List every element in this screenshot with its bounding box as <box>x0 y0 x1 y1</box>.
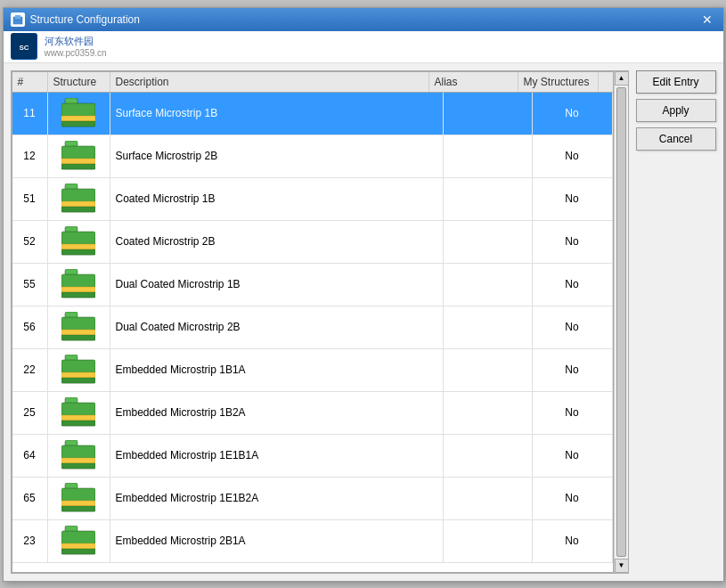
col-header-number: # <box>12 72 48 92</box>
svg-rect-8 <box>61 121 95 127</box>
cell-description: Surface Microstrip 2B <box>110 135 444 177</box>
cell-number: 22 <box>12 349 48 391</box>
close-button[interactable]: ✕ <box>698 11 716 29</box>
cell-my-structures: No <box>533 478 613 519</box>
scroll-thumb[interactable] <box>616 87 626 557</box>
cell-structure <box>48 264 110 306</box>
cell-structure <box>48 93 110 135</box>
svg-rect-43 <box>61 501 95 506</box>
cell-my-structures: No <box>533 221 613 263</box>
cell-description: Embedded Microstrip 1B2A <box>110 392 444 434</box>
table-container: # Structure Description Alias My Structu… <box>12 71 614 573</box>
cell-structure <box>48 435 110 477</box>
col-header-alias: Alias <box>429 72 518 92</box>
table-row[interactable]: 64Embedded Microstrip 1E1B1ANo <box>12 435 613 478</box>
cell-description: Dual Coated Microstrip 2B <box>110 306 444 348</box>
cell-my-structures: No <box>533 520 613 562</box>
scroll-down-button[interactable]: ▼ <box>615 559 629 573</box>
cell-structure <box>48 349 110 391</box>
cell-alias <box>444 306 533 348</box>
svg-rect-16 <box>61 207 95 212</box>
cell-number: 51 <box>12 178 48 220</box>
svg-rect-24 <box>61 292 95 298</box>
edit-entry-button[interactable]: Edit Entry <box>636 70 716 94</box>
watermark-url: www.pc0359.cn <box>45 48 107 58</box>
app-icon <box>11 12 25 27</box>
cell-structure <box>48 221 110 263</box>
content-area: # Structure Description Alias My Structu… <box>4 63 723 581</box>
cell-alias <box>444 178 533 220</box>
svg-rect-39 <box>61 458 95 463</box>
cell-number: 52 <box>12 221 48 263</box>
table-header: # Structure Description Alias My Structu… <box>12 72 613 93</box>
cancel-button[interactable]: Cancel <box>636 127 716 151</box>
scrollbar[interactable]: ▲ ▼ <box>614 71 628 573</box>
cell-structure <box>48 178 110 220</box>
cell-number: 25 <box>12 392 48 434</box>
table-row[interactable]: 12Surface Microstrip 2BNo <box>12 135 613 178</box>
svg-rect-20 <box>61 249 95 255</box>
cell-number: 23 <box>12 520 48 562</box>
svg-rect-27 <box>61 330 95 335</box>
cell-my-structures: No <box>533 93 613 135</box>
cell-description: Embedded Microstrip 1E1B2A <box>110 478 444 519</box>
table-row[interactable]: 52Coated Microstrip 2BNo <box>12 221 613 264</box>
watermark-bar: SC 河东软件园 www.pc0359.cn <box>4 31 723 63</box>
cell-alias <box>444 392 533 434</box>
cell-alias <box>444 135 533 177</box>
svg-rect-23 <box>61 287 95 292</box>
scroll-up-button[interactable]: ▲ <box>615 71 629 86</box>
table-wrapper: # Structure Description Alias My Structu… <box>11 70 629 574</box>
cell-alias <box>444 264 533 306</box>
cell-description: Embedded Microstrip 1E1B1A <box>110 435 444 477</box>
table-row[interactable]: 22Embedded Microstrip 1B1ANo <box>12 349 613 392</box>
cell-my-structures: No <box>533 392 613 434</box>
svg-rect-32 <box>61 378 95 383</box>
cell-number: 11 <box>12 93 48 135</box>
table-row[interactable]: 25Embedded Microstrip 1B2ANo <box>12 392 613 435</box>
title-bar-left: Structure Configuration <box>11 12 140 27</box>
cell-description: Coated Microstrip 2B <box>110 221 444 263</box>
svg-rect-1 <box>15 15 20 19</box>
cell-structure <box>48 478 110 519</box>
table-row[interactable]: 65Embedded Microstrip 1E1B2ANo <box>12 478 613 520</box>
cell-alias <box>444 478 533 519</box>
cell-number: 56 <box>12 306 48 348</box>
cell-description: Embedded Microstrip 1B1A <box>110 349 444 391</box>
svg-rect-48 <box>61 549 95 554</box>
cell-my-structures: No <box>533 306 613 348</box>
window-title: Structure Configuration <box>30 13 140 26</box>
cell-my-structures: No <box>533 135 613 177</box>
svg-rect-36 <box>61 421 95 426</box>
title-bar: Structure Configuration ✕ <box>4 8 723 31</box>
svg-rect-40 <box>61 463 95 469</box>
svg-rect-12 <box>61 164 95 169</box>
apply-button[interactable]: Apply <box>636 99 716 122</box>
col-header-description: Description <box>110 72 429 92</box>
table-row[interactable]: 23Embedded Microstrip 2B1ANo <box>12 520 613 563</box>
svg-rect-19 <box>61 244 95 249</box>
cell-alias <box>444 221 533 263</box>
cell-number: 55 <box>12 264 48 306</box>
cell-structure <box>48 306 110 348</box>
svg-rect-44 <box>61 506 95 511</box>
cell-number: 12 <box>12 135 48 177</box>
table-body[interactable]: 11Surface Microstrip 1BNo12Surface Micro… <box>12 93 613 572</box>
svg-rect-15 <box>61 201 95 207</box>
cell-my-structures: No <box>533 349 613 391</box>
cell-my-structures: No <box>533 435 613 477</box>
svg-rect-31 <box>61 372 95 378</box>
table-row[interactable]: 11Surface Microstrip 1BNo <box>12 93 613 135</box>
watermark-label: 河东软件园 <box>45 35 107 48</box>
table-row[interactable]: 56Dual Coated Microstrip 2BNo <box>12 306 613 349</box>
cell-my-structures: No <box>533 264 613 306</box>
right-panel: Edit Entry Apply Cancel <box>636 70 716 574</box>
svg-rect-7 <box>61 116 95 121</box>
svg-rect-11 <box>61 159 95 164</box>
col-header-structure: Structure <box>48 72 110 92</box>
table-row[interactable]: 55Dual Coated Microstrip 1BNo <box>12 264 613 306</box>
table-row[interactable]: 51Coated Microstrip 1BNo <box>12 178 613 221</box>
cell-description: Embedded Microstrip 2B1A <box>110 520 444 562</box>
cell-number: 65 <box>12 478 48 519</box>
svg-rect-47 <box>61 543 95 549</box>
